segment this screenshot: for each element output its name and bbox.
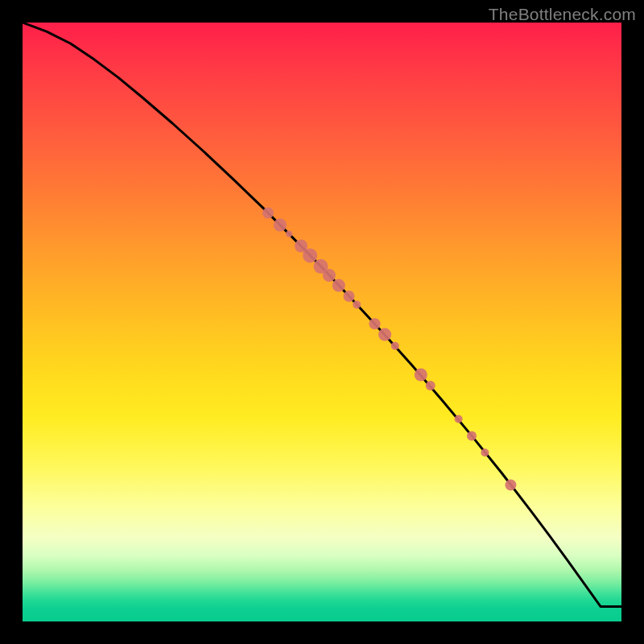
- markers-layer: [262, 208, 516, 491]
- plot-area: [23, 23, 621, 621]
- data-marker: [505, 479, 516, 490]
- data-marker: [481, 448, 489, 456]
- data-marker: [415, 369, 427, 382]
- data-marker: [262, 208, 274, 219]
- curve-layer: [23, 23, 621, 606]
- data-marker: [467, 431, 477, 440]
- data-marker: [353, 300, 361, 308]
- data-marker: [391, 342, 399, 350]
- chart-svg: [23, 23, 621, 621]
- chart-stage: TheBottleneck.com: [0, 0, 644, 644]
- data-marker: [344, 291, 355, 302]
- data-marker: [286, 231, 292, 237]
- data-marker: [378, 328, 391, 341]
- data-marker: [455, 415, 463, 423]
- data-marker: [323, 269, 336, 282]
- data-marker: [426, 381, 436, 390]
- data-marker: [369, 318, 381, 329]
- bottleneck-curve: [23, 23, 621, 606]
- watermark-text: TheBottleneck.com: [489, 5, 636, 24]
- data-marker: [332, 279, 345, 292]
- data-marker: [303, 248, 317, 262]
- data-marker: [274, 219, 287, 232]
